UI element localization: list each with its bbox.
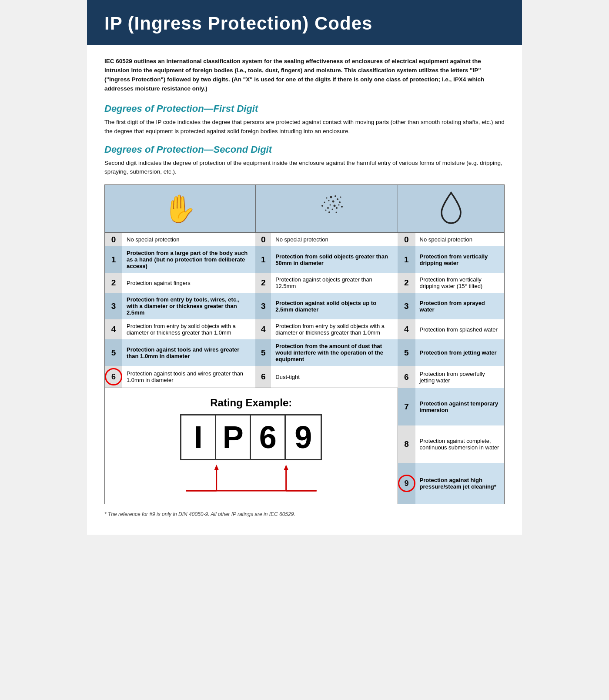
left-desc-1: Protection from a large part of the body… bbox=[122, 246, 255, 273]
table-row: 6 Protection against tools and wires gre… bbox=[105, 366, 505, 388]
mid-desc-4: Protection from entry by solid objects w… bbox=[271, 319, 398, 339]
rating-letter-6: 6 bbox=[251, 415, 286, 459]
body-content: IEC 60529 outlines an international clas… bbox=[87, 45, 522, 504]
rating-letter-9: 9 bbox=[286, 415, 321, 459]
first-digit-title: Degrees of Protection—First Digit bbox=[104, 103, 505, 114]
table-row: 2 Protection against fingers 2 Protectio… bbox=[105, 273, 505, 293]
table-row: 0 No special protection 0 No special pro… bbox=[105, 233, 505, 247]
left-num-0: 0 bbox=[105, 233, 123, 247]
left-num-6: 6 bbox=[105, 366, 123, 388]
intro-text: IEC 60529 outlines an international clas… bbox=[104, 57, 505, 94]
right-desc-9: Protection against high pressure/steam j… bbox=[415, 463, 505, 504]
mid-desc-6: Dust-tight bbox=[271, 366, 398, 388]
svg-point-12 bbox=[336, 207, 338, 209]
rating-letter-I: I bbox=[181, 415, 216, 459]
right-num-5: 5 bbox=[398, 339, 415, 366]
mid-num-1: 1 bbox=[255, 246, 271, 273]
svg-point-4 bbox=[337, 198, 338, 200]
table-row: 3 Protection from entry by tools, wires,… bbox=[105, 293, 505, 319]
icon-row: ✋ bbox=[105, 185, 505, 233]
svg-point-18 bbox=[335, 211, 337, 213]
page: IP (Ingress Protection) Codes IEC 60529 … bbox=[87, 0, 522, 535]
mid-num-3: 3 bbox=[255, 293, 271, 319]
mid-num-0: 0 bbox=[255, 233, 271, 247]
svg-point-6 bbox=[339, 201, 341, 203]
left-desc-6: Protection against tools and wires great… bbox=[122, 366, 255, 388]
second-digit-title: Degrees of Protection—Second Digit bbox=[104, 144, 505, 155]
right-num-9: 9 bbox=[398, 463, 415, 504]
left-num-5: 5 bbox=[105, 339, 123, 366]
page-header: IP (Ingress Protection) Codes bbox=[87, 0, 522, 45]
hand-icon: ✋ bbox=[163, 194, 197, 224]
mid-desc-1: Protection from solid objects greater th… bbox=[271, 246, 398, 273]
left-desc-0: No special protection bbox=[122, 233, 255, 247]
right-desc-1: Protection from vertically dripping wate… bbox=[415, 246, 505, 273]
svg-point-2 bbox=[328, 200, 329, 201]
right-desc-3: Protection from sprayed water bbox=[415, 293, 505, 319]
mid-num-6: 6 bbox=[255, 366, 271, 388]
right-desc-2: Protection from vertically dripping wate… bbox=[415, 273, 505, 293]
right-desc-0: No special protection bbox=[415, 233, 505, 247]
svg-point-15 bbox=[325, 209, 326, 211]
right-num-8: 8 bbox=[398, 425, 415, 463]
hand-icon-cell: ✋ bbox=[105, 185, 256, 233]
arrows-svg bbox=[124, 465, 379, 499]
left-num-3: 3 bbox=[105, 293, 123, 319]
footnote: * The reference for #9 is only in DIN 40… bbox=[87, 504, 522, 517]
rating-example-row: Rating Example: I P 6 9 bbox=[105, 388, 505, 425]
rating-example-cell: Rating Example: I P 6 9 bbox=[105, 388, 398, 504]
svg-point-11 bbox=[331, 208, 333, 210]
red-circle-6-left: 6 bbox=[105, 368, 122, 385]
right-desc-4: Protection from splashed water bbox=[415, 319, 505, 339]
svg-point-7 bbox=[329, 204, 331, 205]
mid-num-5: 5 bbox=[255, 339, 271, 366]
rating-box: I P 6 9 bbox=[180, 414, 322, 460]
right-num-6: 6 bbox=[398, 366, 415, 388]
left-desc-3: Protection from entry by tools, wires, e… bbox=[122, 293, 255, 319]
arrows-container bbox=[124, 465, 379, 499]
svg-marker-22 bbox=[214, 465, 218, 470]
dust-svg bbox=[309, 193, 344, 223]
right-num-7: 7 bbox=[398, 388, 415, 425]
water-icon-cell bbox=[398, 185, 504, 233]
svg-point-0 bbox=[330, 196, 332, 198]
left-num-1: 1 bbox=[105, 246, 123, 273]
page-title: IP (Ingress Protection) Codes bbox=[104, 13, 505, 34]
first-digit-desc: The first digit of the IP code indicates… bbox=[104, 118, 505, 136]
right-num-4: 4 bbox=[398, 319, 415, 339]
svg-point-17 bbox=[321, 205, 323, 207]
mid-desc-0: No special protection bbox=[271, 233, 398, 247]
table-row: 5 Protection against tools and wires gre… bbox=[105, 339, 505, 366]
right-desc-8: Protection against complete, continuous … bbox=[415, 425, 505, 463]
right-num-2: 2 bbox=[398, 273, 415, 293]
left-num-2: 2 bbox=[105, 273, 123, 293]
svg-point-10 bbox=[327, 207, 329, 209]
mid-num-2: 2 bbox=[255, 273, 271, 293]
right-num-0: 0 bbox=[398, 233, 415, 247]
svg-point-1 bbox=[335, 195, 336, 197]
table-row: 1 Protection from a large part of the bo… bbox=[105, 246, 505, 273]
rating-example-container: Rating Example: I P 6 9 bbox=[105, 388, 398, 504]
right-desc-6: Protection from powerfully jetting water bbox=[415, 366, 505, 388]
svg-point-5 bbox=[326, 197, 327, 198]
red-circle-9: 9 bbox=[398, 475, 415, 492]
svg-point-3 bbox=[332, 200, 334, 202]
svg-point-16 bbox=[340, 196, 341, 198]
mid-desc-3: Protection against solid objects up to 2… bbox=[271, 293, 398, 319]
ip-table: ✋ bbox=[104, 184, 505, 504]
svg-point-13 bbox=[324, 201, 325, 203]
right-desc-7: Protection against temporary immersion bbox=[415, 388, 505, 425]
mid-desc-2: Protection against objects greater than … bbox=[271, 273, 398, 293]
water-drop-svg bbox=[438, 191, 464, 225]
second-digit-desc: Second digit indicates the degree of pro… bbox=[104, 159, 505, 177]
dust-icon-cell bbox=[255, 185, 398, 233]
left-desc-5: Protection against tools and wires great… bbox=[122, 339, 255, 366]
svg-point-8 bbox=[333, 204, 335, 207]
right-num-3: 3 bbox=[398, 293, 415, 319]
right-num-1: 1 bbox=[398, 246, 415, 273]
table-row: 4 Protection from entry by solid objects… bbox=[105, 319, 505, 339]
left-desc-4: Protection from entry by solid objects w… bbox=[122, 319, 255, 339]
rating-letter-P: P bbox=[216, 415, 251, 459]
right-desc-5: Protection from jetting water bbox=[415, 339, 505, 366]
mid-num-4: 4 bbox=[255, 319, 271, 339]
